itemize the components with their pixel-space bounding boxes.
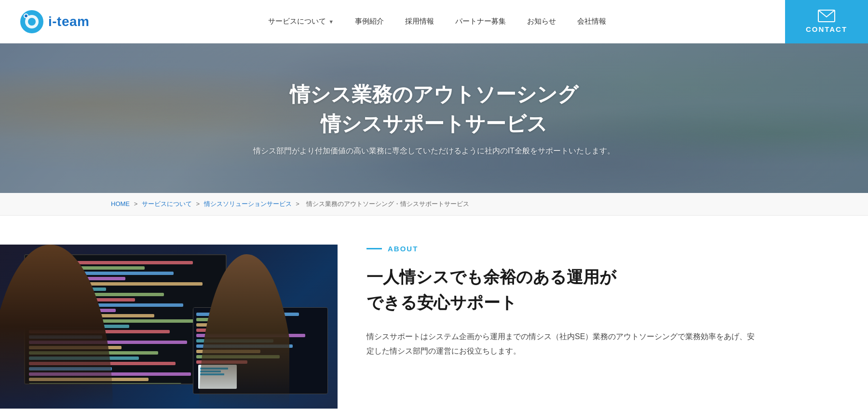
site-header: i-team サービスについて ▼ 事例紹介 採用情報 パートナー募集 お知らせ… — [0, 0, 868, 43]
nav-item-services[interactable]: サービスについて ▼ — [258, 17, 344, 26]
about-label-text: ABOUT — [388, 245, 418, 253]
contact-button[interactable]: CONTACT — [785, 0, 868, 43]
breadcrumb-services[interactable]: サービスについて — [142, 200, 192, 207]
heading-line1: 一人情シスでも余裕のある運用が — [366, 268, 616, 286]
code-screen-bg — [0, 245, 338, 409]
hero-content: 情シス業務のアウトソーシング 情シスサポートサービス 情シス部門がより付加価値の… — [0, 43, 868, 193]
content-text-area: ABOUT 一人情シスでも余裕のある運用が できる安心サポート 情シスサポートは… — [366, 245, 757, 358]
logo-icon — [19, 9, 44, 34]
nav-label-recruit: 採用情報 — [405, 17, 434, 26]
breadcrumb-solution[interactable]: 情シスソリューションサービス — [204, 200, 292, 207]
chevron-down-icon: ▼ — [328, 19, 334, 25]
contact-label: CONTACT — [806, 25, 847, 33]
section-body: 情シスサポートはシステム企画から運用までの情シス（社内SE）業務のアウトソーシン… — [366, 329, 757, 358]
svg-point-2 — [28, 18, 36, 26]
about-line-decoration — [366, 248, 382, 249]
heading-line2: できる安心サポート — [366, 293, 517, 312]
nav-label-company: 会社情報 — [577, 17, 606, 26]
hero-title-line1: 情シス業務のアウトソーシング — [290, 83, 578, 106]
mail-icon — [818, 10, 835, 22]
hero-title-line2: 情シスサポートサービス — [321, 112, 547, 135]
logo[interactable]: i-team — [19, 9, 89, 34]
nav-label-partner: パートナー募集 — [455, 17, 506, 26]
breadcrumb-sep-3: > — [296, 200, 301, 207]
about-label-area: ABOUT — [366, 245, 757, 253]
hero-section: 情シス業務のアウトソーシング 情シスサポートサービス 情シス部門がより付加価値の… — [0, 43, 868, 193]
breadcrumb-nav: HOME > サービスについて > 情シスソリューションサービス > 情シス業務… — [0, 193, 868, 216]
main-nav: サービスについて ▼ 事例紹介 採用情報 パートナー募集 お知らせ 会社情報 — [258, 17, 617, 26]
svg-point-4 — [25, 14, 27, 17]
breadcrumb: HOME > サービスについて > 情シスソリューションサービス > 情シス業務… — [111, 200, 868, 208]
nav-label-news: お知らせ — [527, 17, 556, 26]
nav-label-services: サービスについて — [268, 17, 326, 26]
main-content: ABOUT 一人情シスでも余裕のある運用が できる安心サポート 情シスサポートは… — [0, 216, 868, 411]
nav-item-news[interactable]: お知らせ — [516, 17, 567, 26]
nav-item-cases[interactable]: 事例紹介 — [344, 17, 394, 26]
breadcrumb-current: 情シス業務のアウトソーシング・情シスサポートサービス — [306, 200, 469, 207]
section-heading: 一人情シスでも余裕のある運用が できる安心サポート — [366, 264, 757, 315]
content-image — [0, 245, 338, 409]
hero-title: 情シス業務のアウトソーシング 情シスサポートサービス — [290, 80, 578, 139]
nav-item-partner[interactable]: パートナー募集 — [445, 17, 516, 26]
nav-label-cases: 事例紹介 — [355, 17, 384, 26]
breadcrumb-sep-1: > — [134, 200, 139, 207]
hero-subtitle: 情シス部門がより付加価値の高い業務に専念していただけるように社内のIT全般をサポ… — [253, 146, 615, 156]
logo-text: i-team — [48, 14, 89, 29]
nav-item-recruit[interactable]: 採用情報 — [394, 17, 445, 26]
nav-item-company[interactable]: 会社情報 — [567, 17, 617, 26]
breadcrumb-sep-2: > — [196, 200, 201, 207]
breadcrumb-home[interactable]: HOME — [111, 200, 130, 207]
